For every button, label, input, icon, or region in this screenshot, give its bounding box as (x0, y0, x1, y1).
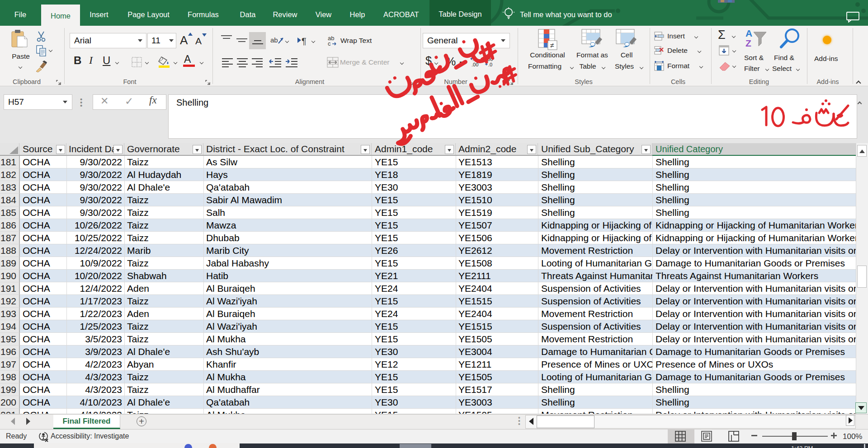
svg-text:≠: ≠ (550, 42, 554, 49)
svg-text:ab: ab (270, 36, 278, 44)
svg-text:c: c (328, 40, 331, 47)
svg-text:.00: .00 (486, 56, 493, 62)
svg-text:.0: .0 (472, 56, 476, 62)
svg-text:¶: ¶ (302, 36, 307, 46)
svg-text:.0: .0 (488, 62, 492, 67)
svg-text:.00: .00 (472, 62, 478, 67)
